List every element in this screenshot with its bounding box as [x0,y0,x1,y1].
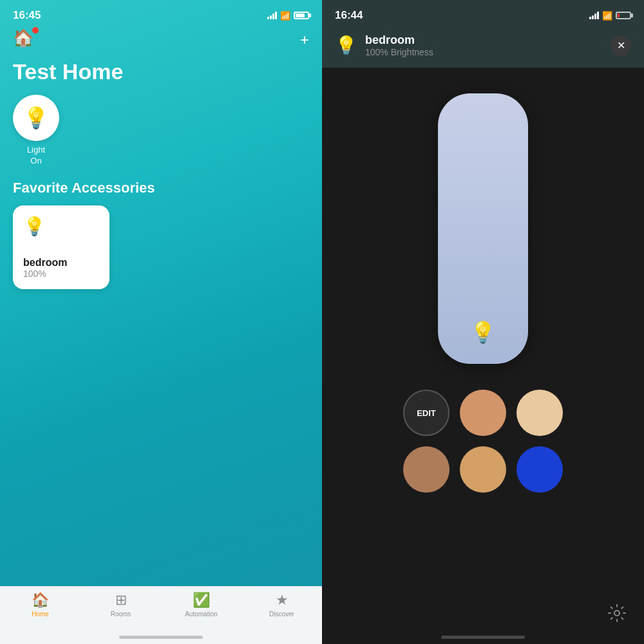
signal-icon-right [589,12,599,19]
signal-icon [267,12,277,19]
light-label: Light On [27,145,45,167]
tab-rooms[interactable]: ⊞ Rooms [80,592,161,618]
settings-icon-container [605,601,629,625]
detail-title: bedroom [365,33,433,47]
wifi-icon-right: 📶 [602,11,612,21]
light-circle[interactable]: 💡 [13,95,59,141]
home-title: Test Home [0,57,322,95]
accessory-card-bedroom[interactable]: 💡 bedroom 100% [13,205,109,289]
nav-top-left: 🏠 + [0,26,322,57]
color-row-1: EDIT [403,390,563,436]
color-warm2-button[interactable] [516,390,563,436]
edit-button[interactable]: EDIT [403,390,450,436]
color-warm1-button[interactable] [460,390,506,436]
time-left: 16:45 [13,9,41,22]
rooms-tab-icon: ⊞ [115,592,127,609]
home-tab-icon: 🏠 [32,592,49,609]
favorites-title: Favorite Accessories [0,180,322,205]
tab-home[interactable]: 🏠 Home [0,592,80,618]
status-bar-right: 16:44 📶 [322,0,644,26]
automation-tab-label: Automation [185,611,218,618]
battery-icon-right [616,12,631,19]
discover-tab-label: Discover [269,611,294,618]
time-right: 16:44 [335,9,363,22]
add-button[interactable]: + [300,31,309,49]
accessory-card-status: 100% [23,269,99,279]
detail-title-group: bedroom 100% Brightness [365,33,433,57]
status-icons-left: 📶 [267,11,309,21]
home-indicator-left [119,636,203,639]
home-indicator-right [441,636,525,639]
home-nav-icon[interactable]: 🏠 [13,28,36,52]
light-accessory[interactable]: 💡 Light On [13,95,59,167]
notification-badge [32,27,39,33]
accessory-card-info: bedroom 100% [23,257,99,279]
wifi-icon: 📶 [280,11,290,21]
discover-tab-icon: ★ [276,592,289,609]
brightness-slider-container: 💡 EDIT [322,68,644,644]
accessory-card-name: bedroom [23,257,99,269]
detail-subtitle: 100% Brightness [365,47,433,57]
home-tab-label: Home [32,611,49,618]
color-blue-button[interactable] [516,446,563,493]
detail-header: 💡 bedroom 100% Brightness ✕ [322,26,644,68]
color-buttons: EDIT [403,390,563,493]
status-icons-right: 📶 [589,11,631,21]
automation-tab-icon: ✅ [193,592,210,609]
color-warm3-button[interactable] [403,446,450,493]
close-button[interactable]: ✕ [611,35,631,56]
rooms-tab-label: Rooms [111,611,131,618]
house-icon: 🏠 [13,28,33,48]
status-bar-left: 16:45 📶 [0,0,322,26]
right-panel: 16:44 📶 💡 bedroom 100% Brightness ✕ [322,0,644,644]
battery-fill-left [296,14,305,17]
detail-header-left: 💡 bedroom 100% Brightness [335,33,433,57]
left-panel: 16:45 📶 🏠 + Test Home 💡 Light On Fa [0,0,322,644]
accessories-grid: 💡 bedroom 100% [0,205,322,289]
battery-fill-right [618,14,620,17]
light-bulb-icon: 💡 [23,106,49,130]
settings-icon[interactable] [605,601,629,625]
battery-icon-left [294,12,309,19]
tab-discover[interactable]: ★ Discover [242,592,322,618]
detail-bulb-icon: 💡 [335,35,357,56]
brightness-bulb-icon: 💡 [470,320,496,345]
color-warm4-button[interactable] [460,446,506,493]
accessory-card-icon: 💡 [23,216,99,237]
tab-automation[interactable]: ✅ Automation [161,592,242,618]
color-row-2 [403,446,563,493]
brightness-slider[interactable]: 💡 [438,93,528,364]
svg-point-0 [614,611,620,616]
